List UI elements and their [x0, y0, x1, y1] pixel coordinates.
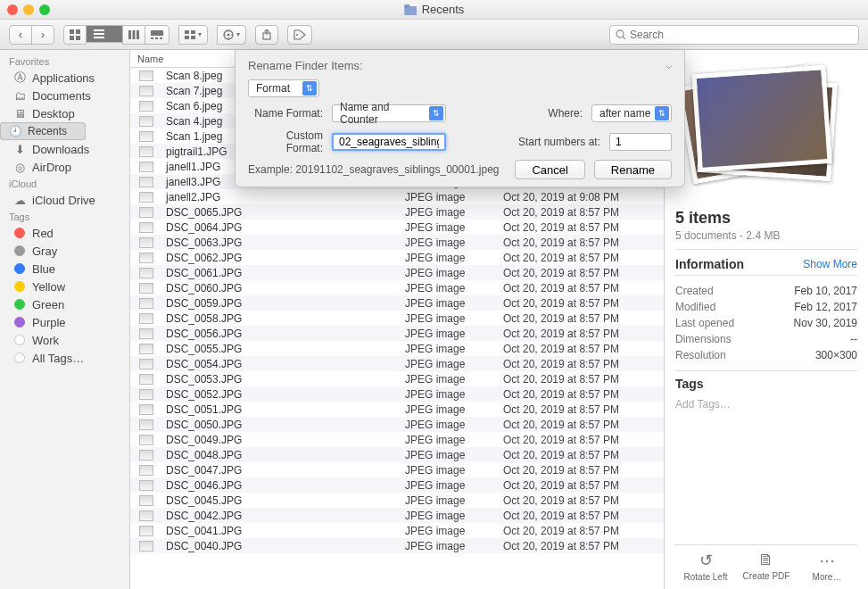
table-row[interactable]: DSC_0040.JPGJPEG imageOct 20, 2019 at 8:…	[130, 538, 664, 553]
table-row[interactable]: DSC_0055.JPGJPEG imageOct 20, 2019 at 8:…	[130, 341, 664, 356]
file-name: DSC_0046.JPG	[166, 479, 242, 492]
file-kind-cell: JPEG image	[398, 373, 496, 386]
svg-rect-15	[160, 37, 162, 39]
rotate-left-action[interactable]: ↺ Rotate Left	[675, 551, 736, 582]
table-row[interactable]: DSC_0054.JPGJPEG imageOct 20, 2019 at 8:…	[130, 356, 664, 371]
sidebar-item-applications[interactable]: ⒶApplications	[0, 69, 129, 87]
file-thumb-icon	[139, 101, 153, 112]
more-icon: ⋯	[819, 551, 835, 570]
file-thumb-icon	[139, 465, 153, 476]
table-row[interactable]: DSC_0062.JPGJPEG imageOct 20, 2019 at 8:…	[130, 250, 664, 265]
search-field[interactable]	[609, 25, 859, 45]
sidebar-item-red[interactable]: Red	[0, 224, 129, 242]
forward-button[interactable]: ›	[31, 25, 54, 45]
close-window[interactable]	[7, 4, 18, 15]
table-row[interactable]: DSC_0045.JPGJPEG imageOct 20, 2019 at 8:…	[130, 493, 664, 508]
file-thumb-icon	[139, 253, 153, 263]
start-numbers-input[interactable]	[609, 133, 672, 151]
search-icon	[616, 29, 626, 40]
sidebar-item-blue[interactable]: Blue	[0, 260, 129, 278]
file-date-cell: Oct 20, 2019 at 8:57 PM	[496, 403, 664, 416]
nav-buttons: ‹ ›	[9, 25, 54, 45]
file-thumb-icon	[139, 359, 153, 369]
where-select[interactable]: after name ⇅	[591, 104, 672, 122]
sidebar-item-yellow[interactable]: Yellow	[0, 278, 129, 295]
file-kind-cell: JPEG image	[398, 479, 496, 492]
sidebar-item-label: AirDrop	[32, 161, 71, 174]
table-row[interactable]: DSC_0050.JPGJPEG imageOct 20, 2019 at 8:…	[130, 417, 664, 432]
sidebar-item-downloads[interactable]: ⬇Downloads	[0, 140, 129, 158]
table-row[interactable]: DSC_0047.JPGJPEG imageOct 20, 2019 at 8:…	[130, 462, 664, 477]
custom-format-input[interactable]	[332, 133, 446, 151]
svg-line-30	[623, 37, 625, 39]
table-row[interactable]: DSC_0061.JPGJPEG imageOct 20, 2019 at 8:…	[130, 265, 664, 280]
table-row[interactable]: DSC_0063.JPGJPEG imageOct 20, 2019 at 8:…	[130, 235, 664, 250]
sidebar-item-documents[interactable]: 🗂Documents	[0, 87, 129, 104]
search-input[interactable]	[630, 29, 853, 41]
sidebar-item-label: Desktop	[32, 107, 75, 120]
view-list[interactable]	[86, 25, 123, 43]
chevron-down-icon[interactable]: ⌵	[665, 59, 672, 72]
table-row[interactable]: DSC_0059.JPGJPEG imageOct 20, 2019 at 8:…	[130, 295, 664, 311]
file-date-cell: Oct 20, 2019 at 9:08 PM	[496, 191, 664, 203]
file-date-cell: Oct 20, 2019 at 8:57 PM	[496, 328, 664, 340]
table-row[interactable]: DSC_0042.JPGJPEG imageOct 20, 2019 at 8:…	[130, 508, 664, 523]
action-menu[interactable]: ▾	[217, 25, 246, 45]
maximize-window[interactable]	[39, 4, 50, 15]
file-thumb-icon	[139, 374, 153, 385]
table-row[interactable]: janell2.JPGJPEG imageOct 20, 2019 at 9:0…	[130, 189, 664, 204]
sidebar-item-green[interactable]: Green	[0, 295, 129, 313]
file-name: DSC_0052.JPG	[166, 388, 242, 401]
table-row[interactable]: DSC_0041.JPGJPEG imageOct 20, 2019 at 8:…	[130, 523, 664, 538]
table-row[interactable]: DSC_0051.JPGJPEG imageOct 20, 2019 at 8:…	[130, 402, 664, 417]
tag-dot-icon	[12, 299, 27, 310]
titlebar: Recents	[0, 0, 868, 20]
table-row[interactable]: DSC_0053.JPGJPEG imageOct 20, 2019 at 8:…	[130, 371, 664, 386]
name-format-select[interactable]: Name and Counter ⇅	[332, 104, 446, 122]
stepper-icon: ⇅	[655, 106, 669, 120]
sidebar-item-label: Blue	[32, 262, 55, 276]
mode-select[interactable]: Format ⇅	[248, 79, 319, 97]
table-row[interactable]: DSC_0052.JPGJPEG imageOct 20, 2019 at 8:…	[130, 386, 664, 402]
share-button[interactable]	[255, 25, 278, 45]
back-button[interactable]: ‹	[9, 25, 32, 45]
file-name-cell: DSC_0051.JPG	[130, 403, 398, 416]
file-thumb-icon	[139, 192, 153, 203]
sidebar-item-airdrop[interactable]: ◎AirDrop	[0, 158, 129, 176]
file-thumb-icon	[139, 116, 153, 127]
sidebar-item-desktop[interactable]: 🖥Desktop	[0, 104, 129, 122]
sidebar-item-all-tags-[interactable]: All Tags…	[0, 349, 129, 367]
table-row[interactable]: DSC_0064.JPGJPEG imageOct 20, 2019 at 8:…	[130, 220, 664, 235]
file-name: DSC_0063.JPG	[166, 236, 242, 249]
sidebar-item-recents[interactable]: 🕘Recents	[0, 122, 86, 140]
arrange-menu[interactable]: ▾	[178, 25, 208, 45]
table-row[interactable]: DSC_0065.JPGJPEG imageOct 20, 2019 at 8:…	[130, 204, 664, 220]
minimize-window[interactable]	[23, 4, 34, 15]
table-row[interactable]: DSC_0046.JPGJPEG imageOct 20, 2019 at 8:…	[130, 477, 664, 493]
table-row[interactable]: DSC_0048.JPGJPEG imageOct 20, 2019 at 8:…	[130, 447, 664, 462]
add-tags-field[interactable]: Add Tags…	[675, 398, 857, 418]
sidebar-item-icloud-drive[interactable]: ☁iCloud Drive	[0, 191, 129, 209]
file-name: DSC_0054.JPG	[166, 358, 242, 370]
icloud-icon: ☁	[12, 194, 27, 207]
sidebar-item-gray[interactable]: Gray	[0, 242, 129, 260]
tag-dot-icon	[12, 245, 27, 256]
create-pdf-action[interactable]: 🗎 Create PDF	[736, 551, 797, 582]
view-columns[interactable]	[122, 25, 145, 45]
table-row[interactable]: DSC_0060.JPGJPEG imageOct 20, 2019 at 8:…	[130, 280, 664, 295]
sidebar-item-work[interactable]: Work	[0, 331, 129, 349]
table-row[interactable]: DSC_0056.JPGJPEG imageOct 20, 2019 at 8:…	[130, 326, 664, 341]
file-name-cell: DSC_0042.JPG	[130, 510, 398, 522]
table-row[interactable]: DSC_0058.JPGJPEG imageOct 20, 2019 at 8:…	[130, 311, 664, 326]
view-gallery[interactable]	[145, 25, 169, 45]
svg-rect-11	[136, 30, 139, 39]
show-more-link[interactable]: Show More	[803, 258, 857, 270]
cancel-button[interactable]: Cancel	[515, 160, 584, 179]
file-name: DSC_0064.JPG	[166, 221, 242, 234]
sidebar-item-purple[interactable]: Purple	[0, 313, 129, 331]
more-action[interactable]: ⋯ More…	[797, 551, 857, 582]
view-icons[interactable]	[63, 25, 87, 45]
rename-button[interactable]: Rename	[594, 160, 672, 179]
tags-button[interactable]	[287, 25, 312, 45]
table-row[interactable]: DSC_0049.JPGJPEG imageOct 20, 2019 at 8:…	[130, 432, 664, 447]
